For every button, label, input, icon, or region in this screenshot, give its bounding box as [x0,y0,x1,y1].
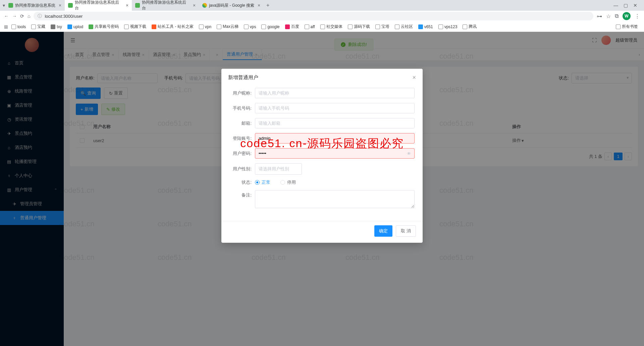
add-user-modal: 新增普通用户 × 用户昵称: 手机号码: 邮箱: 登陆账号: [221,69,423,243]
phone-input[interactable] [255,103,415,113]
nickname-label: 用户昵称: [229,90,255,96]
reload-icon[interactable]: ⟳ [20,13,24,19]
bookmark-item[interactable]: aff [303,23,317,31]
close-icon[interactable]: × [59,3,61,8]
new-tab-button[interactable]: + [264,2,272,8]
browser-tab[interactable]: 协同推荐旅游信息系统× [5,1,65,10]
tab-search-icon[interactable]: ▾ [3,3,5,8]
modal-overlay[interactable]: 新增普通用户 × 用户昵称: 手机号码: 邮箱: 登陆账号: [0,32,644,346]
bookmark-item[interactable]: tools [9,23,28,31]
back-icon[interactable]: ← [4,13,9,19]
menu-icon[interactable]: ⋮ [635,13,640,19]
browser-tab[interactable]: java源码屋 - Google 搜索× [199,1,264,10]
url-input[interactable]: ⓘ localhost:3000/user [34,12,593,20]
bookmark-item[interactable]: uplod [65,23,85,31]
remark-label: 备注: [229,190,255,198]
bookmark-item[interactable]: 共享账号密码 [87,22,121,31]
status-normal-radio[interactable]: 正常 [255,179,270,185]
bookmark-item[interactable]: txy [49,23,64,31]
password-input[interactable] [255,148,415,159]
bookmark-item[interactable]: 站长工具 - 站长之家 [150,22,196,31]
bookmark-bar: ⊞ tools 宝藏 txy uplod 共享账号密码 视频下载 站长工具 - … [0,21,644,32]
maximize-icon[interactable]: ▢ [624,3,628,8]
cancel-button[interactable]: 取 消 [396,225,416,237]
close-icon[interactable]: × [126,3,128,8]
browser-chrome: ▾ 协同推荐旅游信息系统× 协同推荐旅游信息系统后台× 协同推荐旅游信息系统后台… [0,0,644,32]
email-input[interactable] [255,118,415,128]
close-icon[interactable]: × [258,3,260,8]
browser-tab[interactable]: 协同推荐旅游信息系统后台× [65,0,132,13]
status-label: 状态: [229,179,255,185]
nickname-input[interactable] [255,88,415,98]
gender-label: 用户性别: [229,166,255,172]
eye-icon[interactable]: 👁 [407,151,411,156]
bookmark-item[interactable]: 宝藏 [29,22,47,31]
info-icon: ⓘ [38,13,42,19]
close-window-icon[interactable]: ✕ [633,3,637,8]
star-icon[interactable]: ☆ [606,13,611,19]
email-label: 邮箱: [229,120,255,126]
bookmark-item[interactable]: 源码下载 [346,22,372,31]
account-label: 登陆账号: [229,135,255,141]
bookmark-item[interactable]: Max云梯 [215,22,240,31]
forward-icon[interactable]: → [12,13,17,19]
extension-icon[interactable]: ⧉ [615,13,619,19]
profile-avatar[interactable]: W [623,12,631,20]
remark-textarea[interactable] [255,190,415,208]
minimize-icon[interactable]: — [613,3,618,8]
status-disabled-radio[interactable]: 停用 [280,179,296,185]
modal-close-button[interactable]: × [412,74,416,81]
bookmark-item[interactable]: vpn [197,23,213,31]
gender-select[interactable]: 请选择用户性别 [255,163,302,175]
phone-label: 手机号码: [229,105,255,111]
bookmark-item[interactable]: vps123 [436,23,460,31]
browser-tab[interactable]: 协同推荐旅游信息系统后台× [132,0,199,13]
close-icon[interactable]: × [193,3,196,8]
home-icon[interactable]: ⌂ [28,13,30,19]
modal-title: 新增普通用户 [228,74,258,81]
all-bookmarks[interactable]: 所有书签 [614,22,640,31]
bookmark-item[interactable]: 云社区 [393,22,415,31]
bookmark-item[interactable]: 视频下载 [122,22,148,31]
bookmark-item[interactable]: v651 [416,23,435,31]
password-label: 用户密码: [229,151,255,157]
apps-icon[interactable]: ⊞ [4,24,8,30]
account-input[interactable] [255,133,415,143]
bookmark-item[interactable]: 宝塔 [373,22,391,31]
key-icon[interactable]: ⊶ [597,13,602,19]
address-bar: ← → ⟳ ⌂ ⓘ localhost:3000/user ⊶ ☆ ⧉ W ⋮ [0,11,644,21]
confirm-button[interactable]: 确定 [374,225,392,237]
bookmark-item[interactable]: google [259,23,281,31]
bookmark-item[interactable]: 百度 [283,22,301,31]
bookmark-item[interactable]: vps [242,23,258,31]
bookmark-item[interactable]: 社交媒体 [318,22,344,31]
bookmark-item[interactable]: 腾讯 [461,22,479,31]
browser-tab-bar: ▾ 协同推荐旅游信息系统× 协同推荐旅游信息系统后台× 协同推荐旅游信息系统后台… [0,0,644,11]
